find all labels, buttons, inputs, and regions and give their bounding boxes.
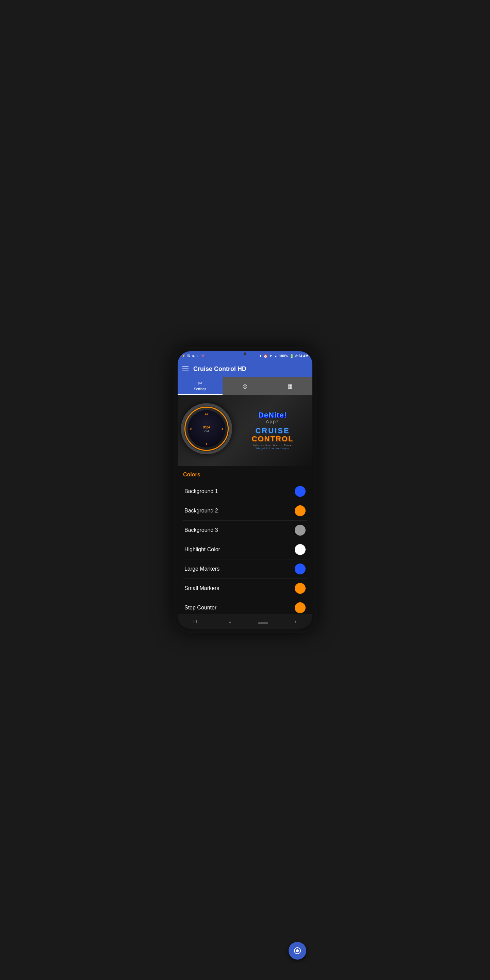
brand-sub2: Widget & Live Wallpaper <box>256 447 289 450</box>
watch-face: 12 3 6 9 8:24 AM <box>188 410 225 447</box>
color-row[interactable]: Background 1 <box>183 482 307 501</box>
nav-home-pill[interactable] <box>258 622 268 624</box>
tab-watchface[interactable]: ◎ <box>223 377 267 395</box>
app-title: Cruise Control HD <box>193 366 247 372</box>
brand-control: CONTROL <box>252 434 294 443</box>
color-label: Highlight Color <box>185 546 220 553</box>
watch-num-9: 9 <box>190 427 192 430</box>
phone-frame: ⚡ 🖼 ◉ ✓ 👾 ✦ ⏰ ▼ ▲ 100% 🔋 8:24 AM Cruise … <box>173 347 317 633</box>
check-icon: ✓ <box>196 354 199 358</box>
color-dot[interactable] <box>295 486 305 497</box>
content-area: Colors Background 1Background 2Backgroun… <box>178 466 312 614</box>
time-text: 8:24 AM <box>295 354 308 358</box>
nav-recents[interactable]: □ <box>188 616 202 627</box>
color-list: Background 1Background 2Background 3High… <box>183 482 307 614</box>
brand-area: DeNite! Appz CRUISE CONTROL Interactive … <box>235 411 312 450</box>
color-label: Background 3 <box>185 527 218 533</box>
camera <box>243 353 247 355</box>
tab-info[interactable]: ▦ <box>267 377 312 395</box>
image-icon: 🖼 <box>187 354 190 358</box>
color-dot[interactable] <box>295 583 305 594</box>
signal-bars: ▲ <box>274 354 278 358</box>
watch-ampm: AM <box>203 429 210 433</box>
app-bar: Cruise Control HD <box>178 361 312 377</box>
watch-num-3: 3 <box>221 427 223 430</box>
phone-screen: ⚡ 🖼 ◉ ✓ 👾 ✦ ⏰ ▼ ▲ 100% 🔋 8:24 AM Cruise … <box>178 351 312 629</box>
brand-cruise: CRUISE <box>255 427 290 434</box>
color-dot[interactable] <box>295 563 305 574</box>
tab-bar: ✂ Settings ◎ ▦ <box>178 377 312 395</box>
bottom-nav: □ ○ ‹ <box>178 614 312 629</box>
brand-sub1: Interactive Watch Face <box>253 443 292 447</box>
hero-area: 12 3 6 9 8:24 AM DeNite! Appz CRUISE <box>178 395 312 466</box>
color-label: Large Markers <box>185 566 220 572</box>
color-dot[interactable] <box>295 525 305 536</box>
usb-icon: ⚡ <box>182 354 185 358</box>
status-icons-left: ⚡ 🖼 ◉ ✓ 👾 <box>182 354 205 358</box>
nav-home[interactable]: ○ <box>223 616 237 627</box>
watch-num-12: 12 <box>205 412 208 415</box>
battery-icon: 🔋 <box>290 354 294 358</box>
color-label: Background 1 <box>185 488 218 495</box>
bluetooth-icon: ✦ <box>259 354 262 358</box>
brand-appz: Appz <box>266 419 279 424</box>
menu-button[interactable] <box>182 366 189 371</box>
wifi-icon: ▼ <box>269 354 272 358</box>
color-dot[interactable] <box>295 544 305 555</box>
tab-settings[interactable]: ✂ Settings <box>178 377 223 395</box>
color-row[interactable]: Small Markers <box>183 579 307 598</box>
color-row[interactable]: Step Counter <box>183 598 307 614</box>
color-label: Step Counter <box>185 605 216 611</box>
watch-time-display: 8:24 AM <box>203 425 210 433</box>
color-label: Small Markers <box>185 585 219 592</box>
color-row[interactable]: Highlight Color <box>183 540 307 559</box>
settings-icon: ✂ <box>198 380 202 387</box>
color-label: Background 2 <box>185 508 218 514</box>
color-row[interactable]: Background 3 <box>183 520 307 540</box>
bug-icon: 👾 <box>201 354 205 358</box>
status-right: ✦ ⏰ ▼ ▲ 100% 🔋 8:24 AM <box>259 354 308 358</box>
nav-back[interactable]: ‹ <box>289 616 302 627</box>
watchface-icon: ◎ <box>243 383 247 389</box>
colors-section-title: Colors <box>183 470 307 479</box>
watch-circle: 12 3 6 9 8:24 AM <box>181 403 232 454</box>
color-row[interactable]: Large Markers <box>183 559 307 579</box>
brand-denite: DeNite! <box>258 411 287 419</box>
battery-text: 100% <box>279 354 288 358</box>
color-dot[interactable] <box>295 602 305 613</box>
watch-hour: 8:24 <box>203 425 210 429</box>
color-dot[interactable] <box>295 505 305 516</box>
alarm-icon: ⏰ <box>263 354 267 358</box>
watch-num-6: 6 <box>205 442 207 445</box>
watch-display: 12 3 6 9 8:24 AM <box>181 403 235 458</box>
color-row[interactable]: Background 2 <box>183 501 307 520</box>
tab-settings-label: Settings <box>194 387 206 391</box>
info-icon: ▦ <box>288 383 293 389</box>
signal-icon: ◉ <box>192 354 195 358</box>
